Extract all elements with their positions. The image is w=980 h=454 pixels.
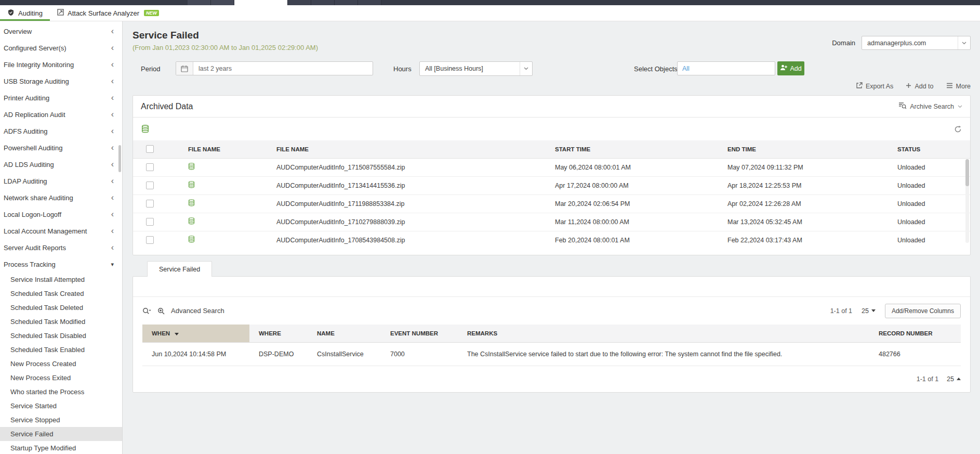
sidebar-item[interactable]: USB Storage Auditing ‹ ▾ <box>0 73 122 89</box>
archived-table-scrollbar[interactable] <box>965 159 969 243</box>
tab-service-failed[interactable]: Service Failed <box>147 261 212 277</box>
chevron-down-icon <box>958 36 970 49</box>
report-footer: 1-1 of 1 25 <box>133 366 970 392</box>
period-input[interactable]: last 2 years <box>176 61 373 75</box>
archive-file-icon <box>188 237 195 244</box>
chevron-left-icon: ‹ <box>111 193 114 202</box>
sidebar-item[interactable]: Local Account Management ‹ ▾ <box>0 223 122 239</box>
advanced-search-icon[interactable] <box>157 307 165 315</box>
sidebar-item[interactable]: Local Logon-Logoff ‹ ▾ <box>0 206 122 223</box>
col-where[interactable]: WHERE <box>249 325 308 342</box>
row-checkbox[interactable] <box>146 218 154 226</box>
sidebar-item[interactable]: Printer Auditing ‹ ▾ <box>0 89 122 106</box>
sidebar-subitem[interactable]: Service Failed <box>0 427 122 441</box>
sidebar-subitem[interactable]: Who started the Process <box>0 385 122 399</box>
select-all-checkbox[interactable] <box>146 145 154 153</box>
col-file-name[interactable]: FILE NAME <box>266 140 545 158</box>
col-remarks[interactable]: REMARKS <box>458 325 869 342</box>
archived-table-row[interactable]: AUDComputerAuditInfo_1708543984508.zip F… <box>133 231 970 244</box>
sidebar-item[interactable]: File Integrity Monitoring ‹ ▾ <box>0 56 122 73</box>
sidebar-item[interactable]: ADFS Auditing ‹ ▾ <box>0 123 122 139</box>
database-icon[interactable] <box>141 125 149 133</box>
status-cell: Unloaded <box>887 231 970 244</box>
sidebar-item[interactable]: Configured Server(s) ‹ ▾ <box>0 40 122 56</box>
search-dropdown-icon[interactable] <box>142 307 151 315</box>
sidebar-subitem[interactable]: New Process Created <box>0 357 122 371</box>
sidebar-subitem[interactable]: Scheduled Task Disabled <box>0 329 122 343</box>
sidebar-subitem[interactable]: Service Started <box>0 399 122 413</box>
domain-select[interactable]: admanagerplus.com <box>862 36 971 50</box>
bottom-page-size-dropdown[interactable]: 25 <box>947 375 961 383</box>
sidebar-item[interactable]: AD LDS Auditing ‹ ▾ <box>0 156 122 173</box>
sidebar-item[interactable]: Overview ‹ ▾ <box>0 23 122 40</box>
tab-attack-surface-analyzer[interactable]: Attack Surface Analyzer NEW <box>50 5 166 21</box>
export-as-label: Export As <box>866 83 894 90</box>
col-event-number[interactable]: EVENT NUMBER <box>381 325 458 342</box>
row-checkbox[interactable] <box>146 163 154 171</box>
col-name[interactable]: NAME <box>308 325 381 342</box>
sidebar-item[interactable]: Network share Auditing ‹ ▾ <box>0 189 122 206</box>
sidebar-subitem[interactable]: Service Install Attempted <box>0 273 122 287</box>
sidebar-subitem[interactable]: Startup Type Modified <box>0 441 122 454</box>
sidebar-subitem[interactable]: New Process Exited <box>0 371 122 385</box>
refresh-icon[interactable] <box>954 125 962 133</box>
archived-table-row[interactable]: AUDComputerAuditInfo_1710279888039.zip M… <box>133 213 970 231</box>
sidebar-item[interactable]: Server Audit Reports ‹ ▾ <box>0 239 122 256</box>
archived-table-row[interactable]: AUDComputerAuditInfo_1713414415536.zip A… <box>133 176 970 194</box>
chevron-down-icon <box>958 105 962 108</box>
more-button[interactable]: More <box>946 83 971 90</box>
chevron-left-icon: ‹ <box>111 27 114 35</box>
archived-data-panel: Archived Data Archive Search <box>133 95 971 255</box>
sidebar-subitem[interactable]: Scheduled Task Created <box>0 287 122 301</box>
col-record-number[interactable]: RECORD NUMBER <box>869 325 961 342</box>
col-start-time[interactable]: START TIME <box>545 140 717 158</box>
top-nav-tab[interactable] <box>188 0 210 5</box>
row-checkbox[interactable] <box>146 236 154 244</box>
row-checkbox[interactable] <box>146 181 154 189</box>
sidebar-subitem[interactable]: Service Stopped <box>0 413 122 427</box>
top-nav-tab[interactable] <box>211 0 234 5</box>
person-add-icon <box>780 64 787 72</box>
report-table-row[interactable]: Jun 10,2024 10:14:58 PM DSP-DEMO CsInsta… <box>142 342 961 366</box>
new-badge: NEW <box>144 10 159 17</box>
top-nav-tab[interactable] <box>311 0 334 5</box>
archived-table-row[interactable]: AUDComputerAuditInfo_1711988853384.zip M… <box>133 194 970 213</box>
add-remove-columns-button[interactable]: Add/Remove Columns <box>885 304 961 318</box>
sidebar-subitem[interactable]: Scheduled Task Modified <box>0 315 122 329</box>
archived-table-row[interactable]: AUDComputerAuditInfo_1715087555584.zip M… <box>133 158 970 176</box>
top-nav-tab[interactable] <box>358 0 381 5</box>
add-objects-button[interactable]: Add <box>777 61 804 75</box>
top-nav-tab-active[interactable] <box>234 0 287 5</box>
sidebar-item[interactable]: AD Replication Audit ‹ ▾ <box>0 106 122 123</box>
sidebar-item-label: Powershell Auditing <box>4 144 62 152</box>
sidebar-subitem[interactable]: Scheduled Task Deleted <box>0 301 122 315</box>
col-when-sorted[interactable]: WHEN <box>142 325 249 342</box>
add-to-button[interactable]: Add to <box>906 83 933 90</box>
sidebar-item-label: Printer Auditing <box>4 94 49 102</box>
sidebar-subitem[interactable]: Scheduled Task Enabled <box>0 343 122 357</box>
calendar-icon[interactable] <box>176 62 193 75</box>
advanced-search-label[interactable]: Advanced Search <box>171 307 224 315</box>
archive-search-button[interactable]: Archive Search <box>898 102 962 111</box>
top-nav-tab[interactable] <box>335 0 357 5</box>
tab-auditing[interactable]: Auditing <box>0 5 50 21</box>
col-status[interactable]: STATUS <box>887 140 970 158</box>
sidebar-scrollbar[interactable] <box>118 145 121 172</box>
hours-select[interactable]: All [Business Hours] <box>419 61 533 76</box>
bottom-pagination-range: 1-1 of 1 <box>917 375 938 383</box>
top-nav-tab[interactable] <box>288 0 311 5</box>
col-end-time[interactable]: END TIME <box>717 140 887 158</box>
export-as-button[interactable]: Export As <box>856 82 894 90</box>
sidebar-item[interactable]: Process Tracking ‹ ▾ <box>0 256 122 273</box>
page-size-dropdown[interactable]: 25 <box>862 307 876 315</box>
record-number-cell: 482766 <box>869 342 961 366</box>
row-checkbox[interactable] <box>146 200 154 207</box>
select-objects-input[interactable]: All <box>677 61 775 75</box>
sidebar-item[interactable]: LDAP Auditing ‹ ▾ <box>0 173 122 189</box>
scrollbar-thumb[interactable] <box>965 159 969 186</box>
period-value: last 2 years <box>193 62 237 75</box>
sidebar-item[interactable]: Powershell Auditing ‹ ▾ <box>0 139 122 156</box>
sidebar-item-label: AD Replication Audit <box>4 111 65 119</box>
sidebar-item-label: Configured Server(s) <box>4 44 67 52</box>
col-file-icon[interactable]: FILE NAME <box>178 140 266 158</box>
